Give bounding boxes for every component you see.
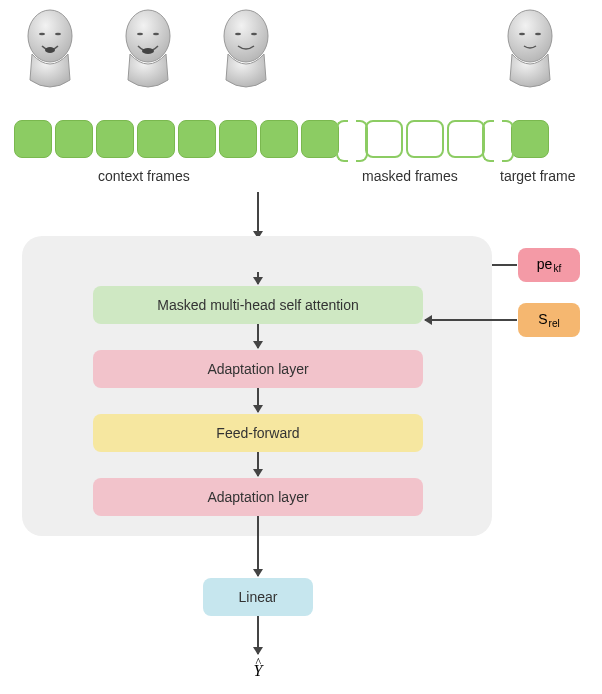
arrow-down-icon xyxy=(257,616,259,654)
svg-point-4 xyxy=(126,10,170,62)
context-frame-token xyxy=(219,120,257,158)
arrow-left-icon xyxy=(425,319,517,321)
head-icon xyxy=(20,8,80,90)
target-frame-label: target frame xyxy=(500,168,575,184)
masked-multihead-attention-layer: Masked multi-head self attention xyxy=(93,286,423,324)
adaptation-layer: Adaptation layer xyxy=(93,350,423,388)
target-frame-token xyxy=(511,120,549,158)
masked-frame-token xyxy=(365,120,403,158)
continuation-gap xyxy=(342,120,362,158)
head-row xyxy=(0,8,602,96)
context-frame-token xyxy=(260,120,298,158)
arrow-down-icon xyxy=(257,388,259,412)
pe-kf-block: pekf xyxy=(518,248,580,282)
context-frame-token xyxy=(178,120,216,158)
svg-point-1 xyxy=(39,33,45,36)
arrow-down-icon xyxy=(257,452,259,476)
linear-layer: Linear xyxy=(203,578,313,616)
context-frames-label: context frames xyxy=(98,168,190,184)
svg-point-2 xyxy=(55,33,61,36)
head-icon xyxy=(216,8,276,90)
svg-point-3 xyxy=(45,47,55,53)
masked-frame-token xyxy=(406,120,444,158)
context-frame-token xyxy=(137,120,175,158)
svg-point-7 xyxy=(142,48,154,54)
pe-label: pekf xyxy=(537,256,561,275)
feed-forward-layer: Feed-forward xyxy=(93,414,423,452)
context-frame-token xyxy=(96,120,134,158)
head-icon xyxy=(118,8,178,90)
srel-label: Srel xyxy=(538,311,559,330)
continuation-gap xyxy=(488,120,508,158)
frame-token-row xyxy=(14,118,590,160)
context-frame-token xyxy=(55,120,93,158)
masked-frame-token xyxy=(447,120,485,158)
svg-point-5 xyxy=(137,33,143,36)
context-frame-token xyxy=(301,120,339,158)
masked-frames-label: masked frames xyxy=(362,168,458,184)
adaptation-layer: Adaptation layer xyxy=(93,478,423,516)
svg-point-13 xyxy=(535,33,541,36)
arrow-down-icon xyxy=(257,324,259,348)
svg-point-11 xyxy=(508,10,552,62)
s-rel-block: Srel xyxy=(518,303,580,337)
head-icon xyxy=(500,8,560,90)
svg-point-12 xyxy=(519,33,525,36)
svg-point-8 xyxy=(224,10,268,62)
arrow-down-icon xyxy=(257,272,259,284)
svg-point-10 xyxy=(251,33,257,36)
arrow-down-icon xyxy=(257,516,259,576)
svg-point-0 xyxy=(28,10,72,62)
arrow-down-icon xyxy=(257,192,259,238)
svg-point-9 xyxy=(235,33,241,36)
svg-point-6 xyxy=(153,33,159,36)
output-y-hat: ^Y xyxy=(254,662,263,680)
context-frame-token xyxy=(14,120,52,158)
